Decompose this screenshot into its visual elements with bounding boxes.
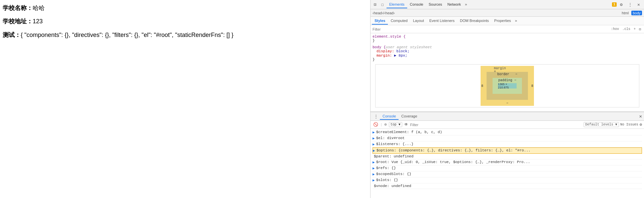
console-topbar: ⋮ Console Coverage ✕ bbox=[371, 112, 644, 121]
tab-layout[interactable]: Layout bbox=[410, 17, 427, 25]
prop-margin: margin: ▶ 8px; bbox=[377, 53, 642, 58]
tab-properties[interactable]: Properties bbox=[492, 17, 514, 25]
console-line: ▶$options: {components: {…}, directives:… bbox=[373, 147, 642, 154]
filter-bar: :hov .cls + ⊟ bbox=[371, 25, 644, 33]
console-line: $vnode: undefined bbox=[373, 183, 642, 189]
console-text: $scopedSlots: {} bbox=[376, 172, 412, 176]
cls-btn[interactable]: .cls bbox=[621, 27, 631, 31]
device-icon-btn[interactable]: ☐ bbox=[379, 1, 386, 8]
rule-source-body: user agent stylesheet bbox=[386, 45, 432, 49]
devtools-topbar: ⊡ ☐ Elements Console Sources Network » 1… bbox=[371, 0, 644, 9]
settings-icon[interactable]: ⊟ bbox=[638, 27, 642, 32]
prop-name-margin: margin: bbox=[377, 54, 392, 58]
tab-console[interactable]: Console bbox=[407, 1, 426, 8]
test-value: { "components": {}, "directives": {}, "f… bbox=[21, 32, 233, 38]
console-preserve-btn[interactable]: ⊙ bbox=[384, 122, 388, 127]
devtools-panel: ⊡ ☐ Elements Console Sources Network » 1… bbox=[370, 0, 644, 198]
warning-badge: 1 bbox=[612, 2, 617, 7]
console-text: $createElement: f (a, b, c, d) bbox=[376, 130, 442, 134]
html-tag-btn[interactable]: html bbox=[620, 11, 630, 15]
rule-selector-body: body { bbox=[373, 45, 386, 49]
console-context[interactable]: top ▼ bbox=[389, 122, 402, 127]
console-arrow[interactable]: ▶ bbox=[373, 136, 375, 140]
school-addr-value: 123 bbox=[33, 18, 43, 25]
console-line: ▶$slots: {} bbox=[373, 177, 642, 183]
add-style-btn[interactable]: + bbox=[633, 27, 637, 31]
console-arrow[interactable]: ▶ bbox=[373, 172, 375, 176]
bm-padding-label: padding − bbox=[498, 79, 516, 82]
rule-selector-element: element.style { bbox=[373, 35, 642, 39]
prop-val-margin: ▶ 8px; bbox=[394, 54, 408, 58]
console-filter-input[interactable] bbox=[410, 123, 582, 127]
styles-filter-input[interactable] bbox=[373, 27, 610, 31]
console-text: $el: div#root bbox=[376, 136, 405, 140]
console-line: ▶$refs: {} bbox=[373, 165, 642, 171]
console-arrow[interactable]: ▶ bbox=[373, 130, 375, 134]
console-text: $parent: undefined bbox=[374, 154, 414, 158]
console-line: ▶$scopedSlots: {} bbox=[373, 171, 642, 177]
console-eye-btn[interactable]: 👁 bbox=[404, 122, 409, 127]
bm-margin: margin 8 8 8 − border − padding − 1365 × bbox=[481, 66, 534, 106]
console-arrow[interactable]: ▶ bbox=[373, 148, 375, 153]
inspect-icon-btn[interactable]: ⊡ bbox=[372, 1, 379, 8]
console-line: ▶$createElement: f (a, b, c, d) bbox=[373, 129, 642, 135]
rule-close-body: } bbox=[373, 58, 642, 62]
tab-elements[interactable]: Elements bbox=[387, 1, 407, 8]
console-levels-btn[interactable]: Default levels ▼ bbox=[584, 122, 619, 127]
close-icon-btn[interactable]: ✕ bbox=[635, 1, 642, 8]
console-toolbar: 🚫 | ⊙ top ▼ 👁 Default levels ▼ No Issues… bbox=[371, 121, 644, 129]
styles-more-tabs[interactable]: » bbox=[514, 18, 519, 24]
tab-sources[interactable]: Sources bbox=[426, 1, 445, 8]
test-label: 测试： bbox=[3, 32, 21, 38]
hov-btn[interactable]: :hov bbox=[610, 27, 620, 31]
rule-body-body: display: block; margin: ▶ 8px; bbox=[373, 49, 642, 58]
tab-coverage[interactable]: Coverage bbox=[399, 113, 420, 120]
console-text: $options: {components: {…}, directives: … bbox=[377, 148, 531, 152]
devtools-topbar-right: 1 ⚙ ⋮ ✕ bbox=[612, 1, 643, 8]
bm-margin-right: 8 bbox=[531, 84, 533, 88]
filter-options: :hov .cls + ⊟ bbox=[610, 27, 642, 32]
console-clear-btn[interactable]: 🚫 bbox=[373, 122, 379, 127]
console-text: $refs: {} bbox=[376, 166, 396, 170]
main-content: 学校名称：哈哈 学校地址：123 测试：{ "components": {}, … bbox=[0, 0, 370, 198]
console-arrow[interactable]: ▶ bbox=[373, 160, 375, 164]
school-name-label: 学校名称： bbox=[3, 5, 33, 11]
school-addr-label: 学校地址： bbox=[3, 18, 33, 25]
school-name-value: 哈哈 bbox=[33, 5, 45, 11]
more-icon-btn[interactable]: ⋮ bbox=[627, 1, 633, 8]
console-close-btn[interactable]: ✕ bbox=[639, 113, 642, 119]
styles-tab-bar: Styles Computed Layout Event Listeners D… bbox=[371, 17, 644, 25]
rule-close-element: } bbox=[373, 39, 642, 43]
console-text: $root: Vue {_uid: 0, _isVue: true, $opti… bbox=[376, 160, 530, 164]
console-line: ▶$root: Vue {_uid: 0, _isVue: true, $opt… bbox=[373, 159, 642, 165]
gear-icon-btn[interactable]: ⚙ bbox=[618, 1, 625, 8]
console-menu-icon[interactable]: ⋮ bbox=[373, 113, 379, 120]
tab-network[interactable]: Network bbox=[445, 1, 464, 8]
school-addr-line: 学校地址：123 bbox=[3, 16, 368, 27]
console-text: $slots: {} bbox=[376, 178, 398, 182]
box-model-diagram: margin 8 8 8 − border − padding − 1365 × bbox=[375, 64, 639, 107]
console-text: $listeners: {...} bbox=[376, 142, 414, 146]
console-arrow[interactable]: ▶ bbox=[373, 178, 375, 182]
console-panel: ⋮ Console Coverage ✕ 🚫 | ⊙ top ▼ 👁 Defau… bbox=[371, 111, 644, 198]
tab-dom-breakpoints[interactable]: DOM Breakpoints bbox=[457, 17, 492, 25]
tab-console-main[interactable]: Console bbox=[380, 113, 399, 120]
console-arrow[interactable]: ▶ bbox=[373, 166, 375, 170]
styles-content: element.style { } body { user agent styl… bbox=[371, 33, 644, 111]
bm-padding: padding − 1365 × 210.875 bbox=[493, 78, 522, 94]
prop-val-display: block; bbox=[396, 49, 410, 53]
bm-border: border − padding − 1365 × 210.875 bbox=[487, 72, 528, 100]
console-gear-btn[interactable]: ⚙ bbox=[640, 122, 642, 127]
tab-styles[interactable]: Styles bbox=[372, 17, 388, 25]
console-content: ▶$createElement: f (a, b, c, d)▶$el: div… bbox=[371, 129, 644, 198]
body-tag-btn[interactable]: body bbox=[631, 11, 642, 15]
test-line: 测试：{ "components": {}, "directives": {},… bbox=[3, 30, 368, 40]
console-arrow[interactable]: ▶ bbox=[373, 142, 375, 146]
elements-breadcrumb: ‹head›/‹head› html body bbox=[371, 9, 644, 17]
style-rule-body: body { user agent stylesheet display: bl… bbox=[373, 45, 642, 62]
console-line: ▶$el: div#root bbox=[373, 135, 642, 141]
tab-computed[interactable]: Computed bbox=[388, 17, 410, 25]
tab-event-listeners[interactable]: Event Listeners bbox=[427, 17, 457, 25]
more-tabs-btn[interactable]: » bbox=[464, 1, 469, 8]
bm-margin-bottom: − bbox=[506, 101, 508, 105]
